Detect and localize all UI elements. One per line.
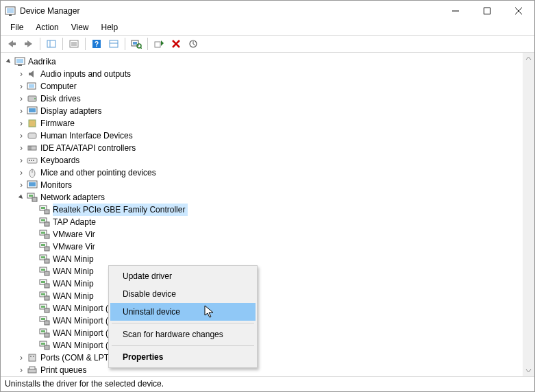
- uninstall-device-button[interactable]: [168, 36, 184, 51]
- scroll-up-button[interactable]: [523, 53, 534, 64]
- device-tree[interactable]: Aadrika ›Audio inputs and outputs ›Compu…: [1, 53, 534, 376]
- collapse-icon[interactable]: [17, 194, 25, 201]
- expand-icon[interactable]: ›: [17, 142, 25, 154]
- update-driver-button[interactable]: [185, 36, 201, 51]
- close-button[interactable]: [503, 1, 534, 21]
- context-menu-separator: [112, 323, 254, 323]
- tree-device[interactable]: WAN Miniport (PPTP): [5, 327, 534, 339]
- tree-device[interactable]: WAN Minip: [5, 253, 534, 265]
- tree-device[interactable]: VMware Vir: [5, 228, 534, 241]
- ctx-properties[interactable]: Properties: [110, 348, 256, 366]
- back-button[interactable]: [3, 36, 20, 51]
- svg-rect-59: [41, 232, 45, 234]
- svg-rect-71: [41, 281, 45, 283]
- tree-root[interactable]: Aadrika: [5, 56, 534, 68]
- maximize-button[interactable]: [471, 1, 503, 21]
- tree-label: WAN Minip: [53, 265, 94, 278]
- tree-label: VMware Vir: [53, 241, 95, 253]
- vertical-scrollbar[interactable]: [523, 53, 534, 376]
- tree-device[interactable]: WAN Miniport (PPPOE): [5, 315, 534, 327]
- ports-icon: [27, 352, 38, 363]
- tree-label: WAN Minip: [53, 253, 94, 265]
- ctx-disable-device[interactable]: Disable device: [110, 285, 256, 303]
- menu-file[interactable]: File: [5, 21, 29, 35]
- tree-category[interactable]: ›Ports (COM & LPT): [5, 352, 534, 364]
- expand-icon[interactable]: ›: [17, 117, 25, 130]
- properties-button[interactable]: [66, 36, 82, 51]
- tree-category[interactable]: ›Display adapters: [5, 105, 534, 117]
- audio-icon: [27, 69, 38, 79]
- menu-view[interactable]: View: [66, 21, 95, 35]
- tree-category-network[interactable]: Network adapters: [5, 191, 534, 204]
- statusbar: Uninstalls the driver for the selected d…: [1, 376, 534, 391]
- tree-category[interactable]: ›Keyboards: [5, 154, 534, 167]
- ctx-uninstall-device[interactable]: Uninstall device: [110, 303, 256, 321]
- svg-rect-2: [9, 14, 12, 16]
- view-options-button[interactable]: [105, 36, 122, 51]
- tree-device[interactable]: WAN Miniport (SSTP): [5, 339, 534, 352]
- tree-category[interactable]: ›Audio inputs and outputs: [5, 68, 534, 80]
- expand-icon[interactable]: ›: [17, 93, 25, 105]
- forward-button[interactable]: [21, 36, 37, 51]
- tree-device[interactable]: WAN Miniport (Network Monitor): [5, 302, 534, 315]
- context-menu-separator: [112, 345, 254, 346]
- tree-label: VMware Vir: [53, 228, 95, 241]
- tree-category[interactable]: ›Computer: [5, 80, 534, 93]
- svg-rect-88: [29, 354, 36, 361]
- tree-category[interactable]: ›Mice and other pointing devices: [5, 167, 534, 179]
- svg-text:?: ?: [95, 40, 99, 48]
- svg-rect-74: [41, 293, 45, 295]
- tree-device[interactable]: WAN Minip: [5, 265, 534, 278]
- display-icon: [27, 106, 38, 117]
- tree-device-selected[interactable]: Realtek PCIe GBE Family Controller: [5, 204, 534, 216]
- tree-label: Computer: [40, 80, 77, 93]
- scroll-down-button[interactable]: [523, 365, 534, 376]
- tree-label: WAN Minip: [53, 278, 94, 290]
- tree-category[interactable]: ›Firmware: [5, 117, 534, 130]
- tree-device[interactable]: VMware Vir: [5, 241, 534, 253]
- svg-rect-1: [7, 8, 14, 13]
- tree-label: Firmware: [40, 117, 75, 130]
- expand-icon[interactable]: ›: [17, 352, 25, 364]
- svg-rect-65: [41, 256, 45, 258]
- svg-rect-62: [41, 244, 45, 246]
- expand-icon[interactable]: ›: [17, 105, 25, 117]
- expand-icon[interactable]: ›: [17, 167, 25, 179]
- tree-label: Ports (COM & LPT): [40, 352, 112, 364]
- collapse-icon[interactable]: [5, 58, 13, 65]
- nic-icon: [39, 266, 50, 277]
- svg-rect-44: [33, 160, 34, 161]
- scan-hardware-button[interactable]: [128, 36, 145, 51]
- tree-device[interactable]: WAN Minip: [5, 290, 534, 302]
- svg-rect-42: [29, 160, 30, 161]
- svg-rect-87: [45, 345, 49, 350]
- show-pane-button[interactable]: [43, 36, 60, 51]
- ctx-update-driver[interactable]: Update driver: [110, 267, 256, 285]
- minimize-button[interactable]: [440, 1, 471, 21]
- expand-icon[interactable]: ›: [17, 130, 25, 142]
- expand-icon[interactable]: ›: [17, 68, 25, 80]
- expand-icon[interactable]: ›: [17, 80, 25, 93]
- expand-icon[interactable]: ›: [17, 154, 25, 167]
- expand-icon[interactable]: ›: [17, 364, 25, 376]
- tree-category[interactable]: ›Print queues: [5, 364, 534, 376]
- tree-category[interactable]: ›Human Interface Devices: [5, 130, 534, 142]
- tree-device[interactable]: WAN Minip: [5, 278, 534, 290]
- tree-category[interactable]: ›Monitors: [5, 179, 534, 191]
- nic-icon: [39, 217, 50, 228]
- svg-rect-51: [32, 197, 37, 201]
- tree-device[interactable]: TAP Adapte: [5, 216, 534, 228]
- svg-rect-69: [45, 271, 49, 275]
- nic-icon: [39, 291, 50, 302]
- menu-action[interactable]: Action: [30, 21, 64, 35]
- help-button[interactable]: ?: [88, 36, 105, 51]
- tree-category[interactable]: ›Disk drives: [5, 93, 534, 105]
- expand-icon[interactable]: ›: [17, 179, 25, 191]
- tree-category[interactable]: ›IDE ATA/ATAPI controllers: [5, 142, 534, 154]
- tree-label: Display adapters: [40, 105, 101, 117]
- enable-device-button[interactable]: [151, 36, 167, 51]
- ctx-scan-hardware[interactable]: Scan for hardware changes: [110, 326, 256, 343]
- menu-help[interactable]: Help: [96, 21, 124, 35]
- svg-rect-84: [45, 333, 49, 337]
- svg-line-22: [140, 47, 142, 49]
